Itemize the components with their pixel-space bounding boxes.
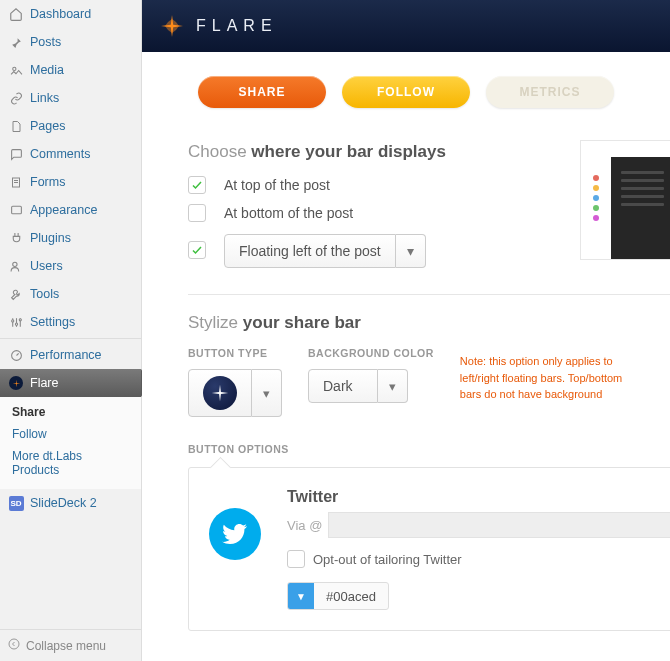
svg-marker-17 [212,385,229,402]
svg-point-5 [12,262,16,266]
sidebar-item-dashboard[interactable]: Dashboard [0,0,141,28]
plugin-title: FLARE [196,17,278,35]
via-label: Via @ [287,518,322,533]
sidebar-item-label: Performance [30,348,102,362]
sidebar-item-label: SlideDeck 2 [30,496,97,510]
svg-point-14 [9,639,19,649]
button-options-label: BUTTON OPTIONS [188,443,670,455]
submenu-item-share[interactable]: Share [0,401,141,423]
floating-select[interactable]: Floating left of the post ▾ [224,234,426,268]
media-icon [8,62,24,78]
sidebar-item-flare[interactable]: Flare [0,369,141,397]
background-color-value: Dark [308,369,378,403]
collapse-icon [8,638,20,653]
tab-metrics: METRICS [486,76,614,108]
tab-follow[interactable]: FOLLOW [342,76,470,108]
tabs: SHARE FOLLOW METRICS [142,52,670,124]
sidebar-item-tools[interactable]: Tools [0,280,141,308]
admin-sidebar: Dashboard Posts Media Links Pages Commen… [0,0,142,661]
sidebar-item-users[interactable]: Users [0,252,141,280]
sidebar-item-forms[interactable]: Forms [0,168,141,196]
button-options-card: Twitter Via @ Opt-out of tailoring Twitt… [188,467,670,631]
sidebar-item-settings[interactable]: Settings [0,308,141,336]
caret-down-icon: ▼ [288,583,314,609]
checkbox-top-label: At top of the post [224,177,330,193]
floating-select-value: Floating left of the post [224,234,396,268]
flare-badge-icon [203,376,237,410]
svg-point-9 [11,319,13,321]
performance-icon [8,347,24,363]
optout-label: Opt-out of tailoring Twitter [313,552,462,567]
sidebar-item-label: Media [30,63,64,77]
sidebar-item-label: Users [30,259,63,273]
section-title-stylize: Stylize your share bar [188,313,670,333]
sidebar-item-label: Settings [30,315,75,329]
twitter-icon [209,508,261,560]
sidebar-item-posts[interactable]: Posts [0,28,141,56]
checkbox-optout[interactable] [287,550,305,568]
sidebar-item-label: Pages [30,119,65,133]
background-note: Note: this option only applies to left/r… [460,347,640,403]
sidebar-item-label: Flare [30,376,58,390]
button-type-preview [188,369,252,417]
home-icon [8,6,24,22]
comment-icon [8,146,24,162]
sidebar-item-performance[interactable]: Performance [0,341,141,369]
sidebar-item-label: Comments [30,147,90,161]
sidebar-item-links[interactable]: Links [0,84,141,112]
svg-point-10 [15,323,17,325]
sidebar-item-label: Links [30,91,59,105]
sidebar-item-plugins[interactable]: Plugins [0,224,141,252]
submenu-item-follow[interactable]: Follow [0,423,141,445]
collapse-label: Collapse menu [26,639,106,653]
sidebar-item-comments[interactable]: Comments [0,140,141,168]
svg-marker-13 [12,379,20,387]
color-picker[interactable]: ▼ #00aced [287,582,389,610]
pin-icon [8,34,24,50]
sidebar-item-label: Dashboard [30,7,91,21]
settings-icon [8,314,24,330]
color-value: #00aced [314,583,388,609]
tab-share[interactable]: SHARE [198,76,326,108]
plugin-icon [8,230,24,246]
preview-thumbnail [580,140,670,260]
link-icon [8,90,24,106]
checkbox-bottom-label: At bottom of the post [224,205,353,221]
chevron-down-icon[interactable]: ▾ [252,369,282,417]
svg-point-11 [19,318,21,320]
plugin-header: FLARE [142,0,670,52]
appearance-icon [8,202,24,218]
svg-rect-4 [11,206,21,214]
checkbox-floating[interactable] [188,241,206,259]
tools-icon [8,286,24,302]
chevron-down-icon[interactable]: ▾ [378,369,408,403]
service-title: Twitter [287,488,670,506]
button-type-select[interactable]: ▾ [188,369,282,417]
via-input[interactable] [328,512,670,538]
chevron-down-icon[interactable]: ▾ [396,234,426,268]
main-panel: FLARE SHARE FOLLOW METRICS Choose where … [142,0,670,661]
background-color-select[interactable]: Dark ▾ [308,369,434,403]
svg-point-0 [12,67,15,70]
sidebar-item-slidedeck[interactable]: SDSlideDeck 2 [0,489,141,517]
button-type-label: BUTTON TYPE [188,347,282,359]
sidebar-item-pages[interactable]: Pages [0,112,141,140]
collapse-menu[interactable]: Collapse menu [0,629,141,661]
sidebar-item-media[interactable]: Media [0,56,141,84]
checkbox-bottom[interactable] [188,204,206,222]
sidebar-item-label: Appearance [30,203,97,217]
doc-icon [8,174,24,190]
page-icon [8,118,24,134]
sidebar-item-label: Forms [30,175,65,189]
sidebar-item-label: Plugins [30,231,71,245]
svg-marker-16 [165,19,179,33]
sidebar-item-appearance[interactable]: Appearance [0,196,141,224]
background-color-label: BACKGROUND COLOR [308,347,434,359]
users-icon [8,258,24,274]
sidebar-item-label: Tools [30,287,59,301]
sidebar-item-label: Posts [30,35,61,49]
checkbox-top[interactable] [188,176,206,194]
sidebar-submenu: Share Follow More dt.Labs Products [0,397,141,489]
submenu-item-more[interactable]: More dt.Labs Products [0,445,141,481]
flare-logo-icon [160,14,184,38]
